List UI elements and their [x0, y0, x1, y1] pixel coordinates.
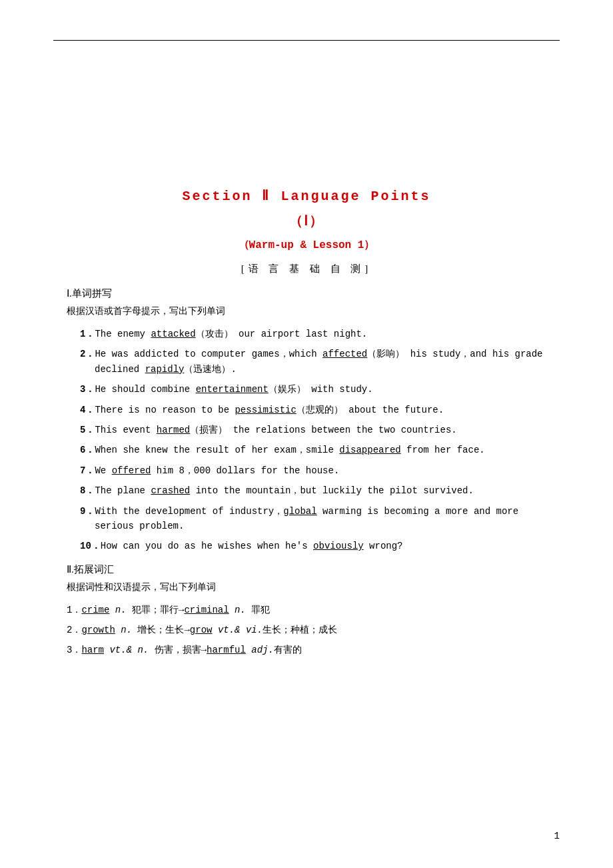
item-2: 2．He was addicted to computer games，whic…	[80, 347, 560, 377]
part2-instruction: 根据词性和汉语提示，写出下列单词	[67, 581, 560, 593]
item-6: 6．When she knew the result of her exam，s…	[80, 443, 560, 457]
subtitle: （Ⅰ）	[53, 212, 560, 230]
vocab-item-3: 3．harm vt.& n. 伤害，损害→harmful adj.有害的	[67, 643, 560, 657]
item-7: 7．We offered him 8，000 dollars for the h…	[80, 463, 560, 478]
item-4: 4．There is no reason to be pessimistic（悲…	[80, 403, 560, 417]
item-3: 3．He should combine entertainment（娱乐） wi…	[80, 382, 560, 397]
part1-instruction: 根据汉语或首字母提示，写出下列单词	[67, 305, 560, 317]
page-number: 1	[554, 831, 560, 841]
item-9: 9．With the development of industry，globa…	[80, 504, 560, 534]
vocab-item-1: 1．crime n. 犯罪；罪行→criminal n. 罪犯	[67, 603, 560, 617]
part1-label: Ⅰ.单词拼写	[67, 287, 560, 300]
top-line	[53, 40, 560, 41]
item-10: 10．How can you do as he wishes when he's…	[80, 539, 560, 553]
part2-label: Ⅱ.拓展词汇	[67, 563, 560, 576]
item-8: 8．The plane crashed into the mountain，bu…	[80, 483, 560, 498]
item-5: 5．This event harmed（损害） the relations be…	[80, 423, 560, 437]
section-title: Section Ⅱ Language Points	[53, 187, 560, 204]
chinese-bracket: [语 言 基 础 自 测]	[53, 263, 560, 275]
warm-up-label: （Warm-up & Lesson 1）	[53, 238, 560, 252]
vocab-item-2: 2．growth n. 增长；生长→grow vt.& vi.生长；种植；成长	[67, 623, 560, 637]
item-1: 1．The enemy attacked（攻击） our airport las…	[80, 327, 560, 341]
